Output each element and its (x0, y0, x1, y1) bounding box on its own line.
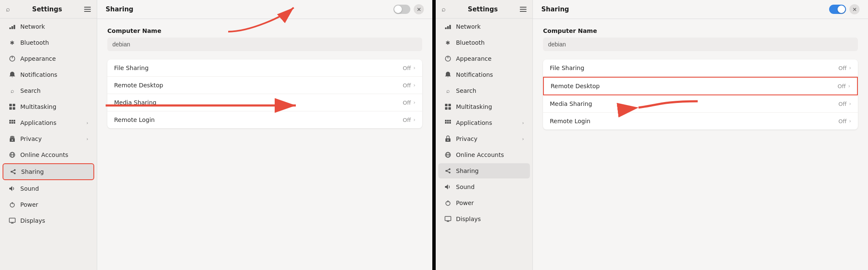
left-sharing-toggle[interactable] (393, 5, 410, 14)
right-sidebar-item-notifications[interactable]: Notifications (438, 67, 530, 82)
left-sidebar-item-displays[interactable]: Displays (3, 213, 94, 228)
svg-rect-6 (9, 104, 12, 106)
left-menu-icon[interactable] (84, 7, 91, 12)
left-close-button[interactable]: ✕ (414, 4, 424, 14)
left-sharing-list: File Sharing Off › Remote Desktop Off › (107, 59, 422, 128)
right-remote-desktop-value: Off (838, 83, 846, 89)
left-sidebar-item-network[interactable]: Network (3, 19, 94, 34)
right-sidebar-item-power[interactable]: Power (438, 195, 530, 211)
left-sidebar-item-bluetooth[interactable]: ✱ Bluetooth (3, 35, 94, 50)
right-sidebar-item-displays[interactable]: Displays (438, 211, 530, 227)
svg-rect-34 (447, 26, 449, 29)
left-sidebar-item-power[interactable]: Power (3, 197, 94, 212)
svg-rect-37 (445, 104, 448, 106)
svg-rect-3 (11, 26, 13, 29)
svg-line-25 (11, 172, 15, 173)
right-sidebar-item-online-accounts[interactable]: Online Accounts (438, 147, 530, 162)
right-sidebar-item-sharing[interactable]: Sharing (438, 163, 530, 178)
right-menu-icon[interactable] (520, 7, 527, 12)
left-displays-icon (8, 217, 16, 224)
right-media-sharing-value: Off (838, 101, 846, 107)
left-computer-name-input[interactable] (107, 38, 422, 51)
left-sidebar-item-online-accounts[interactable]: Online Accounts (3, 147, 94, 162)
svg-rect-13 (9, 122, 11, 124)
left-sidebar-item-sound[interactable]: Sound (3, 181, 94, 196)
left-notifications-label: Notifications (20, 71, 88, 78)
right-sidebar-item-multitasking[interactable]: Multitasking (438, 99, 530, 114)
right-remote-desktop-row[interactable]: Remote Desktop Off › (543, 77, 858, 95)
right-computer-name-input[interactable] (543, 38, 858, 51)
left-remote-desktop-right: Off › (403, 82, 415, 89)
left-network-label: Network (20, 23, 88, 30)
svg-marker-57 (445, 184, 448, 189)
right-sidebar-item-bluetooth[interactable]: ✱ Bluetooth (438, 35, 530, 50)
svg-rect-29 (9, 218, 15, 222)
left-media-sharing-chevron: › (413, 100, 415, 105)
svg-rect-14 (11, 122, 13, 124)
right-appearance-icon (444, 55, 452, 62)
left-sidebar-item-multitasking[interactable]: Multitasking (3, 99, 94, 114)
left-multitasking-icon (8, 103, 16, 111)
right-media-sharing-label: Media Sharing (550, 100, 592, 107)
left-file-sharing-chevron: › (413, 65, 415, 71)
svg-marker-26 (9, 186, 12, 191)
right-sharing-label: Sharing (456, 167, 524, 174)
right-sidebar-item-search[interactable]: ⌕ Search (438, 83, 530, 98)
left-remote-desktop-row[interactable]: Remote Desktop Off › (107, 77, 422, 94)
left-online-accounts-icon (8, 151, 16, 159)
left-media-sharing-row[interactable]: Media Sharing Off › (107, 94, 422, 111)
left-file-sharing-right: Off › (403, 65, 415, 71)
right-remote-desktop-label: Remote Desktop (551, 83, 600, 89)
right-appearance-label: Appearance (456, 55, 524, 62)
right-sharing-toggle[interactable] (829, 5, 846, 14)
left-remote-desktop-label: Remote Desktop (114, 82, 163, 89)
right-remote-login-label: Remote Login (550, 118, 590, 124)
left-sidebar-item-applications[interactable]: Applications › (3, 115, 94, 130)
right-network-label: Network (456, 23, 524, 30)
svg-rect-7 (13, 104, 15, 106)
right-remote-login-row[interactable]: Remote Login Off › (543, 113, 858, 130)
svg-rect-8 (9, 107, 12, 110)
left-sidebar-item-sharing[interactable]: Sharing (3, 163, 94, 180)
left-main-body: Computer Name File Sharing Off › Remote … (97, 19, 432, 270)
center-divider (432, 0, 436, 270)
left-remote-login-right: Off › (403, 117, 415, 123)
svg-rect-42 (447, 120, 449, 122)
right-privacy-arrow: › (522, 136, 524, 142)
right-media-sharing-chevron: › (849, 101, 851, 107)
right-sidebar-item-appearance[interactable]: Appearance (438, 51, 530, 66)
left-file-sharing-row[interactable]: File Sharing Off › (107, 59, 422, 77)
svg-point-48 (448, 140, 449, 141)
left-sidebar-item-search[interactable]: ⌕ Search (3, 83, 94, 98)
left-sidebar-item-appearance[interactable]: Appearance (3, 51, 94, 66)
left-power-icon (8, 201, 16, 208)
right-sidebar-item-privacy[interactable]: Privacy › (438, 131, 530, 146)
right-sidebar-item-network[interactable]: Network (438, 19, 530, 34)
svg-point-17 (12, 140, 13, 141)
right-sharing-panel-title: Sharing (541, 5, 569, 13)
right-search-icon[interactable]: ⌕ (442, 5, 446, 13)
left-search-label: Search (20, 87, 88, 94)
left-sharing-icon (9, 168, 17, 176)
right-sidebar-item-sound[interactable]: Sound (438, 179, 530, 194)
right-media-sharing-row[interactable]: Media Sharing Off › (543, 95, 858, 113)
left-remote-login-row[interactable]: Remote Login Off › (107, 111, 422, 128)
left-bluetooth-icon: ✱ (8, 39, 16, 46)
svg-rect-39 (445, 107, 448, 110)
right-notifications-label: Notifications (456, 71, 524, 78)
left-applications-icon (8, 119, 16, 127)
right-search-nav-icon: ⌕ (444, 87, 452, 94)
left-sharing-label: Sharing (21, 168, 87, 175)
right-sidebar-item-applications[interactable]: Applications › (438, 115, 530, 130)
left-sidebar-item-privacy[interactable]: Privacy › (3, 131, 94, 146)
left-toggle-container: ✕ (393, 4, 424, 14)
right-media-sharing-right: Off › (838, 101, 851, 107)
left-sound-label: Sound (20, 185, 88, 192)
right-file-sharing-row[interactable]: File Sharing Off › (543, 59, 858, 77)
svg-rect-43 (449, 120, 451, 122)
left-search-icon[interactable]: ⌕ (6, 5, 10, 13)
right-main-header: Sharing ✕ (533, 0, 868, 19)
left-sidebar-item-notifications[interactable]: Notifications (3, 67, 94, 82)
right-close-button[interactable]: ✕ (849, 4, 860, 14)
svg-rect-40 (448, 107, 451, 110)
